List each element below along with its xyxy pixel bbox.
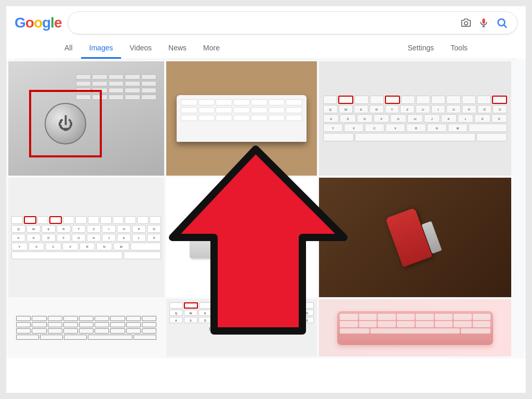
tab-all[interactable]: All bbox=[56, 38, 81, 59]
svg-point-4 bbox=[498, 19, 505, 26]
svg-line-5 bbox=[504, 25, 507, 28]
tab-news[interactable]: News bbox=[160, 38, 195, 59]
cell8-indicator-label: Indicator light bbox=[209, 326, 237, 331]
image-cell-2[interactable] bbox=[166, 61, 317, 176]
search-bar bbox=[68, 11, 517, 34]
image-cell-9[interactable] bbox=[319, 299, 511, 356]
image-grid: ⏻ bbox=[6, 59, 526, 358]
search-input[interactable] bbox=[76, 18, 460, 28]
svg-rect-1 bbox=[483, 19, 485, 24]
onoff-button-label: On/off button bbox=[258, 198, 291, 205]
indicator-light-label: Indicator light bbox=[218, 198, 252, 205]
tab-more[interactable]: More bbox=[195, 38, 228, 59]
image-cell-5[interactable]: Indicator light On/off button bbox=[166, 178, 317, 297]
voice-search-button[interactable] bbox=[477, 17, 490, 29]
header-top: Google bbox=[15, 11, 517, 34]
content-area: ⏻ bbox=[6, 59, 526, 358]
tab-settings[interactable]: Settings bbox=[400, 38, 443, 59]
search-button[interactable] bbox=[495, 16, 509, 30]
camera-search-button[interactable] bbox=[460, 17, 472, 29]
image-cell-3[interactable]: Q W E R T Z U I O P Ö Ü bbox=[319, 61, 511, 176]
image-cell-8[interactable]: Q W E R T Z I O P Ö A S D bbox=[166, 299, 317, 356]
search-icons bbox=[460, 16, 509, 30]
google-logo: Google bbox=[15, 15, 61, 31]
svg-point-0 bbox=[464, 22, 468, 25]
image-cell-4[interactable]: Q W E R T Z I O P Ö A S D bbox=[8, 178, 164, 297]
header: Google bbox=[6, 6, 526, 59]
image-cell-6[interactable] bbox=[319, 178, 511, 297]
image-cell-1[interactable]: ⏻ bbox=[8, 61, 164, 176]
tab-videos[interactable]: Videos bbox=[121, 38, 160, 59]
tab-images[interactable]: Images bbox=[81, 38, 122, 59]
cell8-onoff-label: On/off switch bbox=[247, 326, 274, 331]
tab-tools[interactable]: Tools bbox=[442, 38, 476, 59]
nav-right: Settings Tools bbox=[400, 38, 476, 59]
image-cell-7[interactable] bbox=[8, 299, 164, 356]
nav-tabs: All Images Videos News More Settings Too… bbox=[15, 38, 517, 59]
